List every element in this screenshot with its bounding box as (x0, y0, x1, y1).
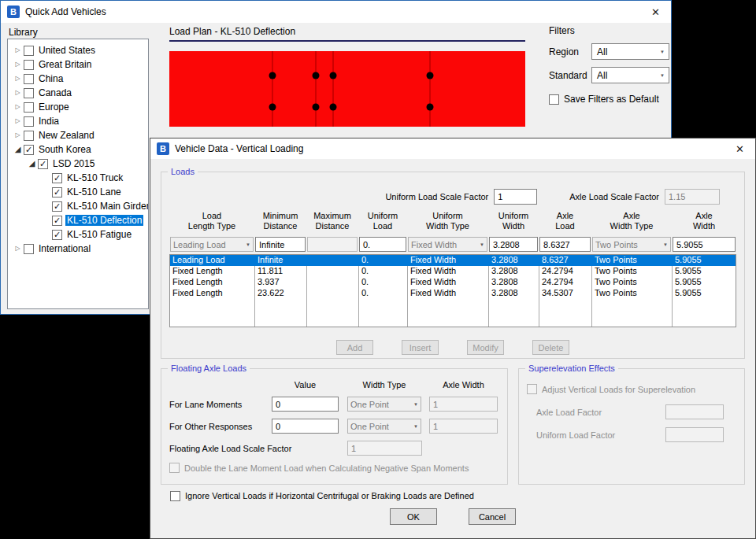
tree-checkbox[interactable]: ✓ (52, 173, 62, 183)
quick-add-titlebar[interactable]: B Quick Add Vehicles ✕ (1, 1, 671, 23)
save-filters-row: Save Filters as Default (549, 94, 669, 105)
region-select[interactable]: All ▼ (591, 43, 669, 60)
tree-item-europe[interactable]: ▷Europe (9, 100, 146, 114)
tree-item-label[interactable]: KL-510 Truck (65, 172, 124, 183)
tree-checkbox[interactable]: ✓ (52, 187, 62, 198)
tree-checkbox[interactable]: ✓ (52, 230, 62, 240)
tree-checkbox[interactable] (24, 116, 34, 127)
other-responses-value-field[interactable]: 0 (272, 419, 339, 434)
close-icon[interactable]: ✕ (732, 142, 747, 156)
tree-item-great-britain[interactable]: ▷Great Britain (9, 57, 146, 72)
edit-field[interactable]: 5.9055 (673, 237, 736, 252)
tree-checkbox[interactable]: ✓ (52, 201, 62, 212)
tree-checkbox[interactable] (24, 74, 34, 84)
edit-cell: Fixed Width▼ (407, 237, 488, 252)
tree-item-south-korea[interactable]: ◢✓South Korea (9, 142, 146, 157)
standard-value: All (597, 70, 607, 81)
tree-item-international[interactable]: ▷International (9, 242, 146, 256)
tree-item-india[interactable]: ▷India (9, 114, 146, 128)
axle-dot (313, 72, 320, 79)
tree-item-kl-510-fatigue[interactable]: ✓KL-510 Fatigue (9, 227, 146, 242)
standard-select[interactable]: All ▼ (591, 67, 669, 83)
edit-field[interactable]: 0. (359, 237, 406, 252)
expander-collapsed-icon[interactable]: ▷ (13, 242, 23, 256)
tree-item-label[interactable]: International (37, 243, 92, 254)
tree-item-label[interactable]: China (37, 73, 65, 84)
edit-cell: Leading Load▼ (169, 237, 254, 252)
load-cell (307, 266, 359, 277)
uniform-load-scale-factor-label: Uniform Load Scale Factor (385, 192, 488, 201)
tree-item-canada[interactable]: ▷Canada (9, 86, 146, 100)
expander-collapsed-icon[interactable]: ▷ (13, 43, 23, 57)
cancel-button[interactable]: Cancel (469, 508, 516, 525)
bottom-groups: Floating Axle Loads Value Width Type Axl… (161, 368, 745, 485)
tree-item-label[interactable]: South Korea (37, 144, 93, 155)
expander-expanded-icon[interactable]: ◢ (13, 142, 23, 157)
tree-item-kl-510-main-girder[interactable]: ✓KL-510 Main Girder (9, 199, 146, 213)
expander-expanded-icon[interactable]: ◢ (27, 157, 37, 171)
tree-item-label[interactable]: Great Britain (37, 59, 93, 70)
tree-item-label[interactable]: KL-510 Deflection (65, 215, 143, 226)
expander-collapsed-icon[interactable]: ▷ (13, 100, 23, 114)
load-row-3[interactable]: Fixed Length23.6220.Fixed Width3.280834.… (170, 288, 736, 299)
tree-item-united-states[interactable]: ▷United States (9, 43, 146, 57)
expander-collapsed-icon[interactable]: ▷ (13, 114, 23, 128)
adjust-superelevation-label: Adjust Vertical Loads for Superelevation (542, 385, 695, 394)
edit-field[interactable]: 8.6327 (539, 237, 591, 252)
tree-item-label[interactable]: KL-510 Fatigue (65, 229, 133, 240)
tree-checkbox[interactable] (24, 46, 34, 56)
load-row-2[interactable]: Fixed Length3.9370.Fixed Width3.280824.2… (170, 277, 736, 288)
axle-dot (426, 104, 433, 111)
expander-collapsed-icon[interactable]: ▷ (13, 57, 23, 72)
tree-item-kl-510-truck[interactable]: ✓KL-510 Truck (9, 171, 146, 185)
ok-button[interactable]: OK (390, 508, 437, 525)
tree-item-label[interactable]: Canada (37, 87, 73, 98)
ignore-vertical-loads-checkbox[interactable] (170, 491, 180, 501)
tree-item-label[interactable]: LSD 2015 (51, 158, 96, 169)
tree-checkbox[interactable]: ✓ (52, 216, 62, 226)
edit-field[interactable]: 3.2808 (489, 237, 538, 252)
expander-collapsed-icon[interactable]: ▷ (13, 128, 23, 142)
tree-item-label[interactable]: Europe (37, 102, 71, 113)
uniform-load-scale-factor-field[interactable]: 1 (494, 189, 537, 205)
save-filters-label: Save Filters as Default (564, 94, 659, 105)
value-column-header: Value (272, 380, 339, 389)
tree-item-kl-510-lane[interactable]: ✓KL-510 Lane (9, 185, 146, 199)
vehicle-data-titlebar[interactable]: B Vehicle Data - Vertical Loading ✕ (150, 138, 755, 159)
load-row-0[interactable]: Leading LoadInfinite0.Fixed Width3.28088… (170, 255, 736, 266)
tree-checkbox[interactable]: ✓ (38, 159, 48, 169)
tree-checkbox[interactable] (24, 131, 34, 141)
tree-checkbox[interactable]: ✓ (24, 145, 34, 155)
tree-item-label[interactable]: United States (37, 45, 97, 56)
tree-item-china[interactable]: ▷China (9, 72, 146, 86)
library-tree[interactable]: ▷United States▷Great Britain▷China▷Canad… (7, 39, 149, 309)
edit-combo: Leading Load▼ (170, 237, 254, 252)
lane-moments-value-field[interactable]: 0 (272, 397, 339, 412)
close-icon[interactable]: ✕ (648, 6, 663, 19)
tree-item-new-zealand[interactable]: ▷New Zealand (9, 128, 146, 142)
tree-checkbox[interactable] (24, 88, 34, 98)
tree-item-lsd-2015[interactable]: ◢✓LSD 2015 (9, 157, 146, 171)
expander-collapsed-icon[interactable]: ▷ (13, 72, 23, 86)
tree-item-label[interactable]: India (37, 116, 61, 127)
tree-item-label[interactable]: KL-510 Lane (65, 186, 123, 198)
save-filters-checkbox[interactable] (549, 94, 559, 105)
load-row-1[interactable]: Fixed Length11.8110.Fixed Width3.280824.… (170, 266, 736, 277)
load-cell: Fixed Width (408, 277, 489, 288)
edit-field[interactable]: Infinite (255, 237, 306, 252)
loads-table-header: LoadLength TypeMinimumDistanceMaximumDis… (169, 211, 736, 231)
tree-item-label[interactable]: KL-510 Main Girder (65, 201, 149, 212)
tree-item-kl-510-deflection[interactable]: ✓KL-510 Deflection (9, 213, 146, 227)
tree-checkbox[interactable] (24, 102, 34, 113)
loads-edit-row: Leading Load▼Infinite0.Fixed Width▼3.280… (169, 237, 736, 252)
tree-checkbox[interactable] (24, 60, 34, 70)
lane-moments-label: For Lane Moments (169, 400, 272, 409)
loads-table-body[interactable]: Leading LoadInfinite0.Fixed Width3.28088… (169, 254, 736, 327)
tree-item-label[interactable]: New Zealand (37, 130, 96, 141)
loads-group-label: Loads (168, 167, 198, 176)
tree-checkbox[interactable] (24, 244, 34, 254)
chevron-down-icon: ▼ (658, 73, 667, 78)
edit-combo: Two Points▼ (592, 237, 671, 252)
loads-buttons-row: AddInsertModifyDelete (161, 340, 744, 355)
expander-collapsed-icon[interactable]: ▷ (13, 86, 23, 100)
